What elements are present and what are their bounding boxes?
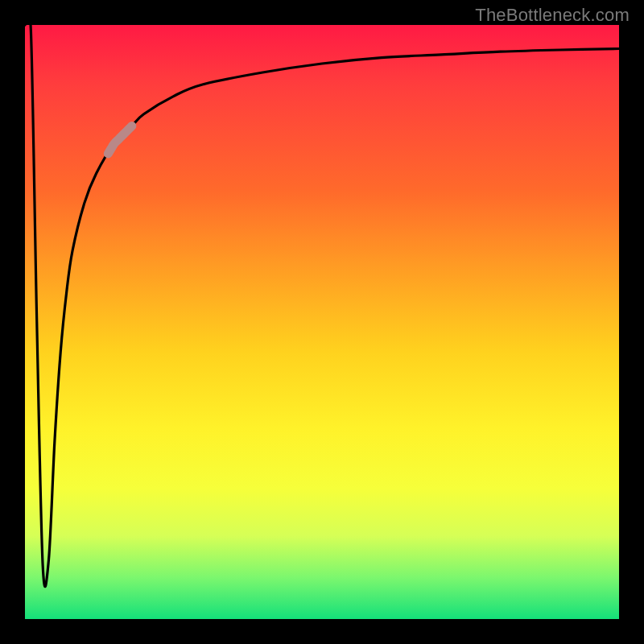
plot-area <box>25 25 619 619</box>
watermark-text: TheBottleneck.com <box>475 5 630 26</box>
highlight-segment <box>108 126 132 153</box>
curve-path <box>25 7 619 586</box>
chart-frame: TheBottleneck.com <box>0 0 644 644</box>
curve-svg <box>25 25 619 619</box>
bottleneck-curve <box>25 7 619 586</box>
